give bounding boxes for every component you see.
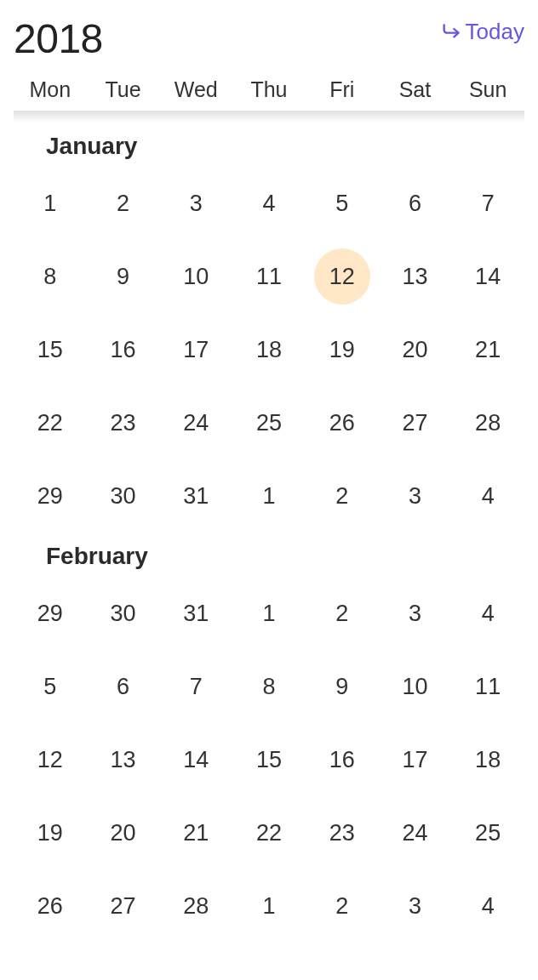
day-cell[interactable]: 22 [232, 808, 306, 858]
day-number: 21 [183, 820, 209, 846]
day-cell[interactable]: 5 [306, 179, 379, 228]
day-cell[interactable]: 29 [14, 471, 87, 521]
day-cell[interactable]: 27 [87, 881, 160, 931]
day-cell[interactable]: 31 [159, 589, 232, 638]
day-cell[interactable]: 16 [306, 735, 379, 784]
day-number: 3 [409, 893, 421, 920]
day-cell[interactable]: 31 [159, 471, 232, 521]
day-cell[interactable]: 20 [379, 325, 452, 374]
day-cell[interactable]: 12 [306, 252, 379, 301]
day-cell[interactable]: 11 [451, 662, 524, 711]
day-cell[interactable]: 28 [451, 398, 524, 447]
day-cell[interactable]: 1 [232, 471, 306, 521]
day-cell[interactable]: 14 [451, 252, 524, 301]
month-block: February29303112345678910111213141516171… [14, 521, 524, 931]
day-cell[interactable]: 16 [87, 325, 160, 374]
day-cell[interactable]: 7 [159, 662, 232, 711]
day-cell[interactable]: 29 [14, 589, 87, 638]
day-cell[interactable]: 6 [379, 179, 452, 228]
day-cell[interactable]: 9 [87, 252, 160, 301]
day-number: 27 [402, 410, 427, 436]
day-cell[interactable]: 26 [306, 398, 379, 447]
day-cell[interactable]: 10 [379, 662, 452, 711]
calendar-scroll[interactable]: January123456789101112131415161718192021… [14, 111, 524, 931]
day-cell[interactable]: 23 [87, 398, 160, 447]
weekday-sat: Sat [379, 77, 452, 102]
day-cell[interactable]: 13 [87, 735, 160, 784]
day-cell[interactable]: 21 [451, 325, 524, 374]
day-cell[interactable]: 18 [232, 325, 306, 374]
day-number: 8 [43, 264, 56, 290]
day-cell[interactable]: 4 [232, 179, 306, 228]
day-cell[interactable]: 20 [87, 808, 160, 858]
day-cell[interactable]: 15 [232, 735, 306, 784]
weekday-mon: Mon [14, 77, 87, 102]
day-cell[interactable]: 2 [306, 471, 379, 521]
day-cell[interactable]: 2 [306, 881, 379, 931]
day-number: 23 [329, 820, 355, 846]
weekday-tue: Tue [87, 77, 160, 102]
day-cell[interactable]: 10 [159, 252, 232, 301]
day-cell[interactable]: 19 [306, 325, 379, 374]
day-cell[interactable]: 21 [159, 808, 232, 858]
day-number: 15 [256, 747, 282, 773]
day-cell[interactable]: 30 [87, 471, 160, 521]
day-cell[interactable]: 15 [14, 325, 87, 374]
day-cell[interactable]: 4 [451, 881, 524, 931]
day-cell[interactable]: 4 [451, 471, 524, 521]
day-cell[interactable]: 23 [306, 808, 379, 858]
day-number: 18 [256, 337, 282, 363]
day-cell[interactable]: 1 [232, 589, 306, 638]
day-number: 2 [335, 893, 348, 920]
day-cell[interactable]: 13 [379, 252, 452, 301]
day-cell[interactable]: 3 [159, 179, 232, 228]
day-cell[interactable]: 25 [232, 398, 306, 447]
day-cell[interactable]: 3 [379, 589, 452, 638]
day-cell[interactable]: 8 [14, 252, 87, 301]
day-cell[interactable]: 19 [14, 808, 87, 858]
day-number: 19 [37, 820, 63, 846]
day-cell[interactable]: 25 [451, 808, 524, 858]
day-cell[interactable]: 24 [159, 398, 232, 447]
day-cell[interactable]: 1 [232, 881, 306, 931]
day-number: 5 [335, 191, 348, 217]
day-cell[interactable]: 1 [14, 179, 87, 228]
weekday-sun: Sun [451, 77, 524, 102]
day-cell[interactable]: 22 [14, 398, 87, 447]
day-number: 26 [37, 893, 63, 920]
day-number: 10 [402, 674, 427, 700]
month-name: January [14, 133, 524, 160]
day-cell[interactable]: 6 [87, 662, 160, 711]
day-number: 25 [475, 820, 501, 846]
day-cell[interactable]: 8 [232, 662, 306, 711]
day-cell[interactable]: 27 [379, 398, 452, 447]
day-number: 1 [262, 893, 275, 920]
day-cell[interactable]: 2 [306, 589, 379, 638]
day-cell[interactable]: 24 [379, 808, 452, 858]
day-number: 6 [409, 191, 421, 217]
day-cell[interactable]: 26 [14, 881, 87, 931]
day-cell[interactable]: 3 [379, 881, 452, 931]
day-number: 7 [482, 191, 495, 217]
day-cell[interactable]: 4 [451, 589, 524, 638]
day-cell[interactable]: 28 [159, 881, 232, 931]
day-cell[interactable]: 9 [306, 662, 379, 711]
weekday-thu: Thu [232, 77, 306, 102]
day-cell[interactable]: 7 [451, 179, 524, 228]
day-cell[interactable]: 11 [232, 252, 306, 301]
day-cell[interactable]: 12 [14, 735, 87, 784]
day-number: 14 [183, 747, 209, 773]
day-cell[interactable]: 14 [159, 735, 232, 784]
day-cell[interactable]: 17 [159, 325, 232, 374]
day-number: 27 [111, 893, 136, 920]
day-number: 2 [117, 191, 129, 217]
day-cell[interactable]: 30 [87, 589, 160, 638]
today-button[interactable]: Today [440, 17, 524, 47]
day-number: 29 [37, 601, 63, 627]
day-cell[interactable]: 2 [87, 179, 160, 228]
day-cell[interactable]: 18 [451, 735, 524, 784]
day-cell[interactable]: 17 [379, 735, 452, 784]
day-cell[interactable]: 3 [379, 471, 452, 521]
day-cell[interactable]: 5 [14, 662, 87, 711]
day-number: 2 [335, 483, 348, 510]
